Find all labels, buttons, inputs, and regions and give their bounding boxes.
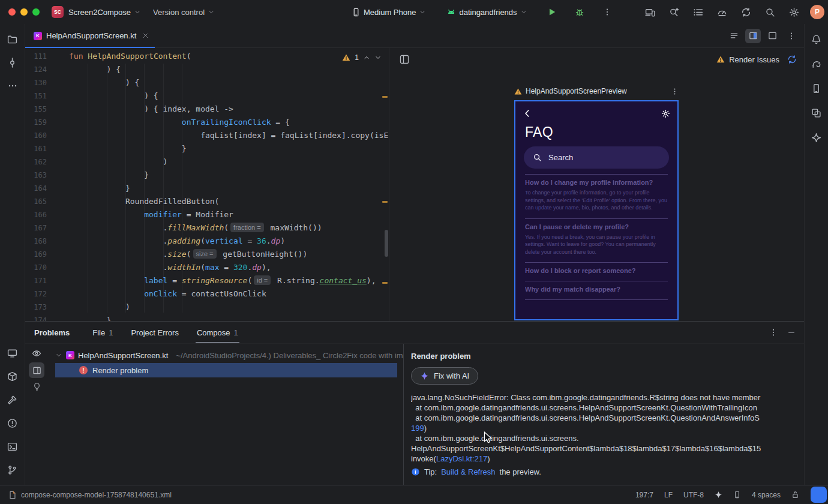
render-problem-node[interactable]: ! Render problem [55,363,397,377]
gradle-sync-icon[interactable] [738,4,754,20]
code-line[interactable]: 130) { [25,76,389,89]
stack-link[interactable]: 199 [411,424,424,433]
compose-preview-frame[interactable]: FAQ Search How do I change my profile in… [514,100,679,320]
file-encoding[interactable]: UTF-8 [683,491,704,499]
commit-tool-icon[interactable] [5,55,20,70]
line-number[interactable]: 155 [25,103,47,116]
ai-search-icon[interactable] [666,4,682,20]
code-line[interactable]: 160faqList[index] = faqList[index].copy(… [25,129,389,142]
stack-link[interactable]: LazyDsl.kt:217 [436,454,487,463]
tab-file[interactable]: File1 [92,322,113,343]
tab-compose[interactable]: Compose1 [197,322,238,343]
project-tool-icon[interactable] [5,31,20,47]
line-number[interactable]: 160 [25,129,47,142]
preview-layout-icon[interactable] [397,52,412,67]
code-line[interactable]: 169.size(size = getButtonHeight()) [25,248,389,261]
line-number[interactable]: 151 [25,89,47,103]
code-line[interactable]: 174} [25,314,389,321]
notifications-bell-icon[interactable] [809,31,824,47]
run-button[interactable] [544,4,560,20]
problems-file-node[interactable]: K HelpAndSupportScreen.kt ~/AndroidStudi… [55,348,403,362]
chevron-down-icon[interactable] [55,352,62,359]
split-view-icon[interactable] [745,29,761,43]
line-number[interactable]: 172 [25,287,47,301]
code-line[interactable]: 155) { index, model -> [25,103,389,116]
details-view-icon[interactable] [29,362,44,378]
line-number[interactable]: 111 [25,50,47,63]
line-number[interactable]: 162 [25,155,47,169]
code-view-icon[interactable] [726,29,742,43]
project-menu[interactable]: Screen2Compose [68,8,141,17]
line-number[interactable]: 170 [25,261,47,274]
device-manager-tool-icon[interactable] [809,80,824,96]
zoom-window-button[interactable] [32,8,40,16]
code-line[interactable]: 159onTrailingIconClick = { [25,116,389,129]
editor-scrollbar[interactable] [385,230,388,257]
code-line[interactable]: 168.padding(vertical = 36.dp) [25,235,389,248]
close-window-button[interactable] [8,8,16,16]
device-selector[interactable]: Medium Phone [352,8,426,17]
quickfix-bulb-icon[interactable] [32,382,41,391]
tab-project-errors[interactable]: Project Errors [131,322,178,343]
minimize-window-button[interactable] [20,8,28,16]
device-mirroring-icon[interactable] [642,4,658,20]
code-line[interactable]: 167.fillMaxWidth(fraction = maxWidth()) [25,221,389,235]
preview-more-icon[interactable] [671,88,679,95]
code-line[interactable]: 164} [25,182,389,195]
editor-tab[interactable]: K HelpAndSupportScreen.kt [25,24,155,48]
refresh-preview-icon[interactable] [787,55,797,64]
hide-panel-icon[interactable] [787,328,796,337]
line-number[interactable]: 164 [25,182,47,195]
corner-blue-badge[interactable] [811,487,827,503]
next-issue-icon[interactable] [374,54,382,61]
search-icon[interactable] [762,4,778,20]
run-configuration-selector[interactable]: datingandfriends [446,7,527,17]
render-issues-button[interactable]: Render Issues [716,55,779,64]
line-separator[interactable]: LF [664,491,673,499]
line-number[interactable]: 173 [25,301,47,314]
line-number[interactable]: 124 [25,63,47,76]
debug-button[interactable] [572,4,587,20]
ai-spark-status-icon[interactable] [715,491,722,499]
line-number[interactable]: 163 [25,169,47,182]
line-number[interactable]: 130 [25,76,47,89]
running-devices-icon[interactable] [809,105,824,121]
device-explorer-tool-icon[interactable] [5,368,20,384]
line-number[interactable]: 166 [25,208,47,221]
task-list-icon[interactable] [690,4,706,20]
design-view-icon[interactable] [764,29,780,43]
code-line[interactable]: 111fun HelpAndSupportContent( [25,50,389,63]
caret-position[interactable]: 197:7 [635,491,653,499]
code-line[interactable]: 171label = stringResource(id = R.string.… [25,274,389,287]
line-number[interactable]: 165 [25,195,47,208]
code-line[interactable]: 170.widthIn(max = 320.dp), [25,261,389,274]
code-line[interactable]: 163} [25,169,389,182]
previous-issue-icon[interactable] [363,54,370,61]
device-status-icon[interactable] [733,491,741,499]
running-devices-tool-icon[interactable] [5,345,20,361]
code-line[interactable]: 151) { [25,89,389,103]
close-tab-icon[interactable] [142,32,149,39]
terminal-tool-icon[interactable] [5,439,20,454]
fix-with-ai-button[interactable]: Fix with AI [411,367,478,385]
line-number[interactable]: 159 [25,116,47,129]
build-tool-icon[interactable] [5,392,20,407]
indent-setting[interactable]: 4 spaces [752,491,781,499]
line-number[interactable]: 168 [25,235,47,248]
lock-icon[interactable] [791,491,799,499]
code-line[interactable]: 162) [25,155,389,169]
version-control-tool-icon[interactable] [5,462,20,478]
code-editor[interactable]: 111fun HelpAndSupportContent(124) {130) … [25,48,389,321]
code-line[interactable]: 166modifier = Modifier [25,208,389,221]
line-number[interactable]: 169 [25,248,47,261]
preview-eye-icon[interactable] [32,349,41,358]
line-number[interactable]: 161 [25,142,47,155]
user-avatar[interactable]: P [810,5,824,19]
line-number[interactable]: 174 [25,314,47,321]
panel-more-icon[interactable] [769,328,778,337]
line-number[interactable]: 171 [25,274,47,287]
profiler-icon[interactable] [714,4,730,20]
more-actions-button[interactable] [599,4,615,20]
gradle-tool-icon[interactable] [809,56,824,71]
build-refresh-link[interactable]: Build & Refresh [441,467,495,476]
